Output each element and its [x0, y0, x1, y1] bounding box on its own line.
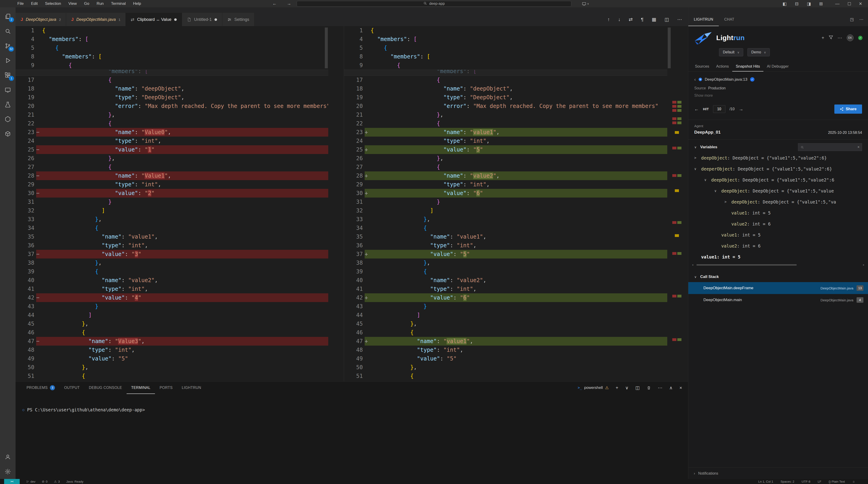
- variable-row[interactable]: value1: int = 5: [688, 207, 868, 219]
- toggle-panel-icon[interactable]: ⊟: [795, 1, 799, 6]
- menu-item-run[interactable]: Run: [93, 0, 107, 7]
- code-line[interactable]: 47+ "name": "value1",: [344, 337, 688, 346]
- code-line[interactable]: 49 "value": "5": [16, 354, 328, 363]
- status-item[interactable]: {} Plain Text: [829, 480, 845, 483]
- code-line[interactable]: 4 "members": [: [16, 35, 328, 44]
- code-line[interactable]: 17 {: [16, 76, 328, 84]
- testing-icon[interactable]: [0, 97, 16, 112]
- panel-tab-terminal[interactable]: TERMINAL: [127, 381, 155, 394]
- code-line[interactable]: 45 },: [16, 319, 328, 328]
- bell-icon[interactable]: [852, 480, 855, 483]
- status-item[interactable]: LF: [818, 480, 821, 483]
- variable-row[interactable]: ∨deepObject: DeepObject = {"value1":5,"v…: [688, 186, 868, 196]
- split-terminal-icon[interactable]: ◫: [636, 385, 640, 391]
- variables-hscrollbar[interactable]: ◂ ▸: [692, 263, 864, 266]
- code-line[interactable]: 39 {: [16, 267, 328, 276]
- toggle-primary-sidebar-icon[interactable]: ◧: [783, 1, 787, 6]
- tab-deepobject-java[interactable]: JDeepObject.java2: [16, 13, 66, 26]
- kill-terminal-icon[interactable]: [647, 386, 651, 390]
- scroll-left-icon[interactable]: ◂: [692, 263, 693, 266]
- swap-sides-icon[interactable]: ⇄: [628, 17, 633, 22]
- code-line[interactable]: 22 {: [344, 119, 688, 128]
- tab-deepobjectmain-java[interactable]: JDeepObjectMain.java1: [66, 13, 126, 26]
- code-line[interactable]: 51 {: [344, 372, 688, 380]
- close-window-icon[interactable]: ×: [859, 1, 862, 7]
- code-line[interactable]: 38 },: [344, 258, 688, 267]
- collapsed-region[interactable]: "members": [: [344, 70, 688, 76]
- status-item-warning[interactable]: ⚠3: [54, 480, 60, 483]
- files-icon[interactable]: 2: [0, 9, 16, 24]
- code-line[interactable]: 37− "value": "3": [16, 250, 328, 258]
- panel-tab-problems[interactable]: PROBLEMS3: [22, 381, 60, 394]
- tab-actions[interactable]: Actions: [713, 62, 732, 72]
- code-line[interactable]: 37+ "value": "5": [344, 250, 688, 258]
- code-line[interactable]: 24 "type": "int",: [344, 137, 688, 145]
- panel-tab-debug-console[interactable]: DEBUG CONSOLE: [84, 381, 127, 394]
- menu-item-terminal[interactable]: Terminal: [107, 0, 129, 7]
- sidebar-tab-lightrun[interactable]: LIGHTRUN: [688, 13, 719, 26]
- code-line[interactable]: 47− "name": "Value3",: [16, 337, 328, 346]
- code-line[interactable]: 34 {: [344, 224, 688, 232]
- code-line[interactable]: 18 "name": "deepObject",: [16, 84, 328, 93]
- tab-sources[interactable]: Sources: [691, 62, 713, 72]
- chevron-down-icon[interactable]: ∨: [704, 174, 711, 186]
- open-preview-icon[interactable]: ▦: [652, 17, 656, 22]
- code-line[interactable]: 46 {: [344, 328, 688, 337]
- extensions-icon[interactable]: 1: [0, 68, 16, 83]
- diff-original-pane[interactable]: 1{4 "members": [5 {8 "members": [9 { "me…: [16, 26, 328, 381]
- screencast-icon[interactable]: ∨: [582, 2, 589, 6]
- variable-row[interactable]: value1: int = 5: [688, 251, 868, 262]
- code-line[interactable]: 9 {: [16, 61, 328, 70]
- variable-row[interactable]: ∨deepObject: DeepObject = {"value1":5,"v…: [688, 174, 868, 186]
- code-line[interactable]: 23− "name": "Value0",: [16, 128, 328, 137]
- code-line[interactable]: 1{: [344, 26, 688, 35]
- terminal-viewport[interactable]: ○ PS C:\Users\user\github\athena\demo\de…: [16, 394, 688, 412]
- code-line[interactable]: 31 }: [344, 198, 688, 206]
- close-panel-icon[interactable]: ×: [679, 385, 682, 391]
- code-line[interactable]: 40 "name": "value2",: [16, 276, 328, 285]
- chevron-left-icon[interactable]: ‹: [694, 77, 696, 82]
- show-more-link[interactable]: Show more: [694, 93, 862, 97]
- callstack-frame[interactable]: DeepObjectMain.deepFrameDeepObjectMain.j…: [688, 282, 868, 294]
- code-line[interactable]: 29 "type": "int",: [344, 180, 688, 189]
- code-line[interactable]: 28+ "name": "value2",: [344, 171, 688, 180]
- code-line[interactable]: 36 "type": "int",: [16, 241, 328, 250]
- add-action-icon[interactable]: +: [822, 35, 824, 40]
- chevron-down-icon[interactable]: ∨: [714, 186, 721, 196]
- status-item[interactable]: UTF-8: [802, 480, 810, 483]
- callstack-frame[interactable]: DeepObjectMain.mainDeepObjectMain.java4: [688, 294, 868, 306]
- chevron-down-icon[interactable]: ∨: [694, 163, 701, 174]
- code-line[interactable]: 30− "value": "2": [16, 189, 328, 198]
- forward-icon[interactable]: →: [287, 1, 291, 6]
- chevron-down-icon[interactable]: ∨: [694, 275, 700, 279]
- toggle-secondary-sidebar-icon[interactable]: ◨: [807, 1, 811, 6]
- tab-snapshot-hits[interactable]: Snapshot Hits: [732, 62, 764, 72]
- tab-untitled-1[interactable]: Untitled-1: [182, 13, 222, 26]
- maximize-icon[interactable]: [848, 2, 851, 5]
- next-hit-icon[interactable]: →: [739, 107, 743, 112]
- status-item[interactable]: Java: Ready: [66, 480, 83, 483]
- code-line[interactable]: 34 {: [16, 224, 328, 232]
- code-line[interactable]: 5 {: [16, 44, 328, 52]
- chevron-right-icon[interactable]: >: [694, 152, 701, 163]
- panel-tab-output[interactable]: OUTPUT: [60, 381, 84, 394]
- tab-settings[interactable]: Settings: [222, 13, 254, 26]
- lightrun-icon[interactable]: [0, 112, 16, 126]
- account-icon[interactable]: [0, 450, 16, 464]
- code-line[interactable]: 32 ]: [344, 206, 688, 215]
- more-icon[interactable]: ⋯: [859, 17, 863, 22]
- code-line[interactable]: 36 "type": "int",: [344, 241, 688, 250]
- menu-item-file[interactable]: File: [14, 0, 27, 7]
- customize-layout-icon[interactable]: ⊞: [819, 1, 823, 6]
- code-line[interactable]: 48 "type": "int",: [16, 346, 328, 354]
- status-item-branch[interactable]: dev: [26, 480, 35, 483]
- code-line[interactable]: 29 "type": "int",: [16, 180, 328, 189]
- variable-row[interactable]: value1: int = 5: [688, 229, 868, 240]
- code-line[interactable]: 48 "type": "int",: [344, 346, 688, 354]
- code-line[interactable]: 8 "members": [: [344, 52, 688, 61]
- source-control-icon[interactable]: 32: [0, 38, 16, 53]
- code-line[interactable]: 33 },: [344, 215, 688, 224]
- code-line[interactable]: 30+ "value": "6": [344, 189, 688, 198]
- code-line[interactable]: 44 ]: [16, 311, 328, 319]
- variables-filter[interactable]: ×: [798, 143, 862, 151]
